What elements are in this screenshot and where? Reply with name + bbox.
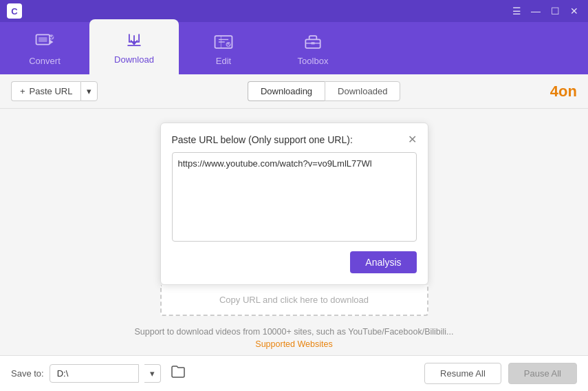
svg-rect-1 bbox=[39, 36, 47, 41]
titlebar: C ☰ — ☐ ✕ bbox=[0, 0, 588, 22]
nav-bar: Convert Download Edit Toolbox bbox=[0, 22, 588, 74]
path-dropdown-button[interactable]: ▾ bbox=[144, 364, 161, 383]
footer-info: Support to download videos from 10000+ s… bbox=[134, 327, 453, 349]
dialog-title: Paste URL below (Only support one URL): bbox=[172, 134, 353, 145]
maximize-button[interactable]: ☐ bbox=[548, 4, 562, 18]
plus-icon: + bbox=[20, 86, 25, 96]
resume-all-button[interactable]: Resume All bbox=[424, 363, 501, 384]
four-on-logo: 4on bbox=[550, 83, 577, 101]
save-to-group: Save to: D:\ ▾ bbox=[11, 364, 186, 383]
convert-tab-label: Convert bbox=[29, 56, 61, 66]
tab-convert[interactable]: Convert bbox=[0, 22, 89, 74]
minimize-button[interactable]: — bbox=[529, 4, 543, 18]
url-dialog: Paste URL below (Only support one URL): … bbox=[160, 123, 428, 285]
open-folder-button[interactable] bbox=[171, 366, 186, 381]
window-controls: ☰ — ☐ ✕ bbox=[510, 4, 581, 18]
edit-tab-label: Edit bbox=[216, 56, 231, 66]
save-path-select[interactable]: D:\ bbox=[50, 364, 139, 383]
downloading-tab[interactable]: Downloading bbox=[248, 81, 325, 101]
supported-websites-link[interactable]: Supported Websites bbox=[134, 339, 453, 349]
downloaded-tab[interactable]: Downloaded bbox=[325, 81, 400, 101]
download-tab-label: Download bbox=[114, 54, 154, 65]
url-input[interactable]: https://www.youtube.com/watch?v=vo9LmlL7… bbox=[172, 152, 417, 242]
pause-all-button[interactable]: Pause All bbox=[508, 363, 577, 384]
analysis-button[interactable]: Analysis bbox=[350, 251, 416, 273]
paste-url-button[interactable]: + Paste URL bbox=[11, 81, 80, 101]
support-text: Support to download videos from 10000+ s… bbox=[134, 327, 453, 337]
tab-download[interactable]: Download bbox=[89, 19, 179, 74]
download-tab-group: Downloading Downloaded bbox=[248, 81, 400, 101]
tab-edit[interactable]: Edit bbox=[179, 22, 268, 74]
dialog-header: Paste URL below (Only support one URL): … bbox=[172, 134, 417, 145]
main-content: Paste URL below (Only support one URL): … bbox=[0, 109, 588, 357]
tab-toolbox[interactable]: Toolbox bbox=[268, 22, 358, 74]
save-to-label: Save to: bbox=[11, 368, 44, 379]
drop-zone-hint: Copy URL and click here to download bbox=[219, 295, 369, 305]
toolbar-left: + Paste URL ▾ bbox=[11, 81, 98, 101]
paste-url-label: Paste URL bbox=[30, 86, 73, 96]
paste-url-dropdown[interactable]: ▾ bbox=[80, 81, 98, 101]
drop-zone[interactable]: Copy URL and click here to download bbox=[160, 285, 428, 316]
svg-rect-10 bbox=[311, 42, 314, 45]
toolbox-tab-label: Toolbox bbox=[298, 56, 329, 66]
bottom-bar: Save to: D:\ ▾ Resume All Pause All bbox=[0, 355, 588, 391]
toolbar: + Paste URL ▾ Downloading Downloaded 4on bbox=[0, 74, 588, 109]
close-dialog-button[interactable]: ✕ bbox=[408, 134, 417, 145]
app-logo: C bbox=[7, 3, 22, 19]
close-button[interactable]: ✕ bbox=[567, 4, 581, 18]
bottom-actions: Resume All Pause All bbox=[424, 363, 577, 384]
hamburger-icon[interactable]: ☰ bbox=[510, 4, 523, 18]
